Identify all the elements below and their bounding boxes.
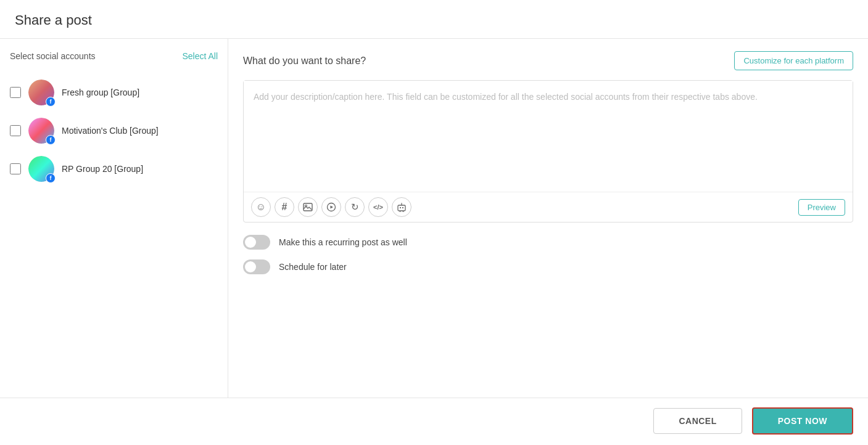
cancel-button[interactable]: CANCEL	[653, 408, 742, 434]
spinner-icon[interactable]: ↻	[345, 197, 365, 217]
facebook-badge-3: f	[46, 173, 56, 183]
main-content: Select social accounts Select All f Fres…	[0, 39, 868, 398]
avatar-wrapper-3: f	[28, 156, 54, 182]
svg-point-8	[401, 203, 402, 204]
code-icon[interactable]: </>	[368, 197, 388, 217]
option-row-schedule: Schedule for later	[243, 259, 853, 274]
account-item-3: f RP Group 20 [Group]	[10, 150, 218, 188]
customize-button[interactable]: Customize for each platform	[734, 51, 853, 70]
account-checkbox-1[interactable]	[10, 87, 21, 98]
schedule-label: Schedule for later	[279, 262, 347, 272]
account-name-3: RP Group 20 [Group]	[62, 164, 143, 174]
recurring-toggle[interactable]	[243, 235, 270, 250]
page-title: Share a post	[15, 12, 853, 28]
schedule-slider	[243, 259, 270, 274]
video-icon[interactable]	[321, 197, 341, 217]
svg-rect-0	[304, 203, 312, 211]
account-name-1: Fresh group [Group]	[62, 88, 139, 97]
account-item-2: f Motivation's Club [Group]	[10, 112, 218, 150]
svg-rect-5	[400, 207, 401, 208]
schedule-toggle[interactable]	[243, 259, 270, 274]
select-all-button[interactable]: Select All	[182, 51, 218, 61]
robot-icon[interactable]	[392, 197, 411, 217]
avatar-wrapper-1: f	[28, 80, 54, 105]
post-now-button[interactable]: POST NOW	[752, 407, 853, 435]
account-checkbox-2[interactable]	[10, 125, 21, 136]
editor-toolbar: ☺ # ↻ </>	[244, 192, 853, 222]
content-title: What do you want to share?	[243, 55, 366, 67]
content-area: What do you want to share? Customize for…	[228, 39, 868, 398]
facebook-badge-2: f	[46, 135, 56, 145]
hashtag-icon[interactable]: #	[275, 197, 294, 217]
sidebar-label: Select social accounts	[10, 51, 96, 61]
options-section: Make this a recurring post as well Sched…	[243, 235, 853, 274]
svg-rect-6	[402, 207, 403, 208]
account-item-1: f Fresh group [Group]	[10, 73, 218, 112]
account-name-2: Motivation's Club [Group]	[62, 126, 159, 136]
option-row-recurring: Make this a recurring post as well	[243, 235, 853, 250]
svg-marker-3	[331, 206, 334, 209]
footer: CANCEL POST NOW	[0, 398, 868, 444]
emoji-icon[interactable]: ☺	[251, 197, 271, 217]
recurring-slider	[243, 235, 270, 250]
sidebar-header: Select social accounts Select All	[10, 51, 218, 61]
svg-rect-4	[398, 205, 405, 211]
content-header: What do you want to share? Customize for…	[243, 51, 853, 70]
post-textarea[interactable]	[244, 81, 853, 192]
text-editor-box: ☺ # ↻ </>	[243, 80, 853, 222]
avatar-wrapper-2: f	[28, 118, 54, 144]
sidebar: Select social accounts Select All f Fres…	[0, 39, 228, 398]
image-icon[interactable]	[298, 197, 318, 217]
page-header: Share a post	[0, 0, 868, 39]
facebook-badge-1: f	[46, 97, 56, 107]
preview-button[interactable]: Preview	[798, 199, 845, 216]
recurring-label: Make this a recurring post as well	[279, 237, 407, 247]
account-checkbox-3[interactable]	[10, 163, 21, 174]
